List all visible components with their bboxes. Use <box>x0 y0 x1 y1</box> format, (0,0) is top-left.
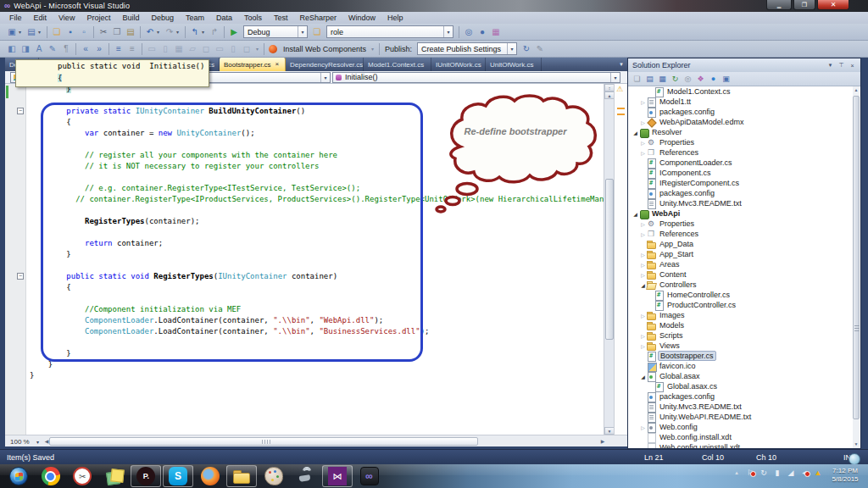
network-icon[interactable]: ◢ <box>785 469 797 477</box>
debug-configuration-combo[interactable]: Debug <box>243 25 308 38</box>
tree-item-app-data[interactable]: App_Data <box>628 239 854 249</box>
chevron-down-icon[interactable] <box>33 436 42 446</box>
tree-item-web-config-install-xdt[interactable]: Web.config.install.xdt <box>628 432 854 442</box>
sync-icon[interactable]: ↻ <box>758 469 770 477</box>
nest-styles-icon[interactable]: ¶ <box>60 43 72 55</box>
toolbar-overflow-icon[interactable]: ▾ <box>256 46 259 52</box>
view-in-browser-icon[interactable]: ● <box>707 73 720 85</box>
window-position-icon[interactable]: ▾ <box>825 60 836 70</box>
tree-item-web-config-uninstall-xdt[interactable]: Web.config.uninstall.xdt <box>628 442 854 448</box>
view-designer-icon[interactable]: ◧ <box>6 43 18 55</box>
publish-edit-icon[interactable]: ✎ <box>534 43 546 55</box>
form-table-icon[interactable]: ▦ <box>173 43 185 55</box>
scrollbar-thumb[interactable] <box>49 437 478 446</box>
tree-scrollbar[interactable]: ▲ ▼ <box>853 86 860 448</box>
taskbar-clock[interactable]: 7:12 PM 5/8/2015 <box>826 467 865 484</box>
tree-item-global-asax-cs[interactable]: Global.asax.cs <box>628 381 854 391</box>
find-symbol-icon[interactable]: ● <box>476 26 488 38</box>
scrollbar-thumb[interactable] <box>605 179 614 340</box>
chevron-down-icon[interactable] <box>610 73 620 82</box>
add-item-icon[interactable]: ▤ <box>25 26 37 38</box>
new-project-dropdown-icon[interactable]: ▾ <box>19 29 25 35</box>
tree-item-iregistercomponent-cs[interactable]: IRegisterComponent.cs <box>628 178 854 188</box>
close-button[interactable] <box>817 0 849 10</box>
menu-item-build[interactable]: Build <box>116 13 145 23</box>
expander-icon[interactable]: ◢ <box>632 130 639 136</box>
tree-item-web-config[interactable]: ▷Web.config <box>628 422 854 432</box>
expander-icon[interactable]: ▷ <box>639 333 647 339</box>
decrease-indent-icon[interactable]: « <box>80 43 92 55</box>
taskbar-paint-button[interactable] <box>259 465 289 487</box>
cut-icon[interactable]: ✂ <box>97 26 109 38</box>
save-icon[interactable]: ▪ <box>64 26 76 38</box>
tree-item-views[interactable]: ▷Views <box>628 341 854 351</box>
scroll-down-icon[interactable]: ▼ <box>853 441 860 448</box>
expander-icon[interactable]: ▷ <box>639 343 647 349</box>
tree-item-packages-config[interactable]: packages.config <box>628 188 854 198</box>
tree-item-images[interactable]: ▷Images <box>628 310 854 320</box>
tree-item-packages-config[interactable]: packages.config <box>628 107 854 117</box>
new-project-icon[interactable]: ▣ <box>6 26 18 38</box>
navigate-forward-icon[interactable]: ↱ <box>209 26 220 38</box>
redo-icon[interactable]: ↷ <box>164 26 175 38</box>
volume-muted-icon[interactable]: ◄ <box>798 469 810 477</box>
tab-unitofwork-cs[interactable]: UnitOfWork.cs <box>486 58 542 71</box>
form-textbox-icon[interactable]: ▯ <box>227 43 239 55</box>
tree-item-references[interactable]: ▷References <box>628 147 854 158</box>
extension-manager-icon[interactable]: ▦ <box>490 26 502 38</box>
members-dropdown[interactable]: Initialise() <box>332 72 620 83</box>
tree-item-packages-config[interactable]: packages.config <box>628 391 854 402</box>
menu-item-file[interactable]: File <box>3 13 28 23</box>
tree-item-global-asax[interactable]: ◢Global.asax <box>628 371 854 381</box>
tab-model1-context-cs[interactable]: Model1.Context.cs <box>364 58 431 71</box>
chevron-down-icon[interactable] <box>320 73 330 82</box>
tree-item-properties[interactable]: ▷Properties <box>628 219 854 229</box>
action-center-flag-icon[interactable]: ⚐ <box>744 469 756 477</box>
chevron-down-icon[interactable] <box>298 26 307 37</box>
save-all-icon[interactable]: ▫ <box>78 26 90 38</box>
tree-item-resolver[interactable]: ◢Resolver <box>628 127 854 137</box>
view-code-icon[interactable]: A <box>33 43 45 55</box>
open-file-icon[interactable]: ❏ <box>51 26 63 38</box>
form-link-icon[interactable]: ▱ <box>186 43 198 55</box>
solution-explorer-title-bar[interactable]: Solution Explorer ▾ ⊤ × <box>628 58 860 72</box>
search-combo[interactable]: role <box>326 25 453 38</box>
scrollbar-thumb[interactable] <box>853 96 860 419</box>
toolbar-overflow-icon[interactable]: ▾ <box>371 46 374 52</box>
start-debug-icon[interactable]: ▶ <box>228 26 240 38</box>
expander-icon[interactable]: ▷ <box>639 231 647 237</box>
expander-icon[interactable]: ▷ <box>639 221 647 227</box>
expander-icon[interactable]: ◢ <box>632 211 639 217</box>
tab-iunitofwork-cs[interactable]: IUnitOfWork.cs <box>431 58 486 71</box>
restore-button[interactable] <box>793 0 815 10</box>
expander-icon[interactable]: ▷ <box>639 252 647 258</box>
open-browser-icon[interactable]: ❏ <box>311 26 323 38</box>
taskbar-snipping-tool-button[interactable] <box>67 465 97 487</box>
taskbar-skype-button[interactable] <box>163 465 193 487</box>
class-view-icon[interactable]: ◎ <box>682 73 694 85</box>
chevron-down-icon[interactable] <box>507 43 516 54</box>
menu-item-window[interactable]: Window <box>342 13 381 23</box>
tree-item-webapidatamodel-edmx[interactable]: ▷WebApiDataModel.edmx <box>628 117 854 127</box>
warning-marker[interactable] <box>617 108 625 109</box>
tree-item-model1-tt[interactable]: ▷Model1.tt <box>628 97 854 107</box>
copy-icon[interactable]: ❐ <box>111 26 123 38</box>
comment-lines-icon[interactable]: ≡ <box>113 43 125 55</box>
warning-marker[interactable] <box>617 114 625 115</box>
expander-icon[interactable]: ◢ <box>639 282 647 288</box>
view-markup-icon[interactable]: ◨ <box>19 43 31 55</box>
tree-item-icomponent-cs[interactable]: IComponent.cs <box>628 168 854 178</box>
show-all-files-icon[interactable]: ▦ <box>656 73 669 85</box>
taskbar-sticky-notes-button[interactable] <box>99 465 130 487</box>
tree-item-areas[interactable]: ▷Areas <box>628 259 854 269</box>
tree-item-scripts[interactable]: ▷Scripts <box>628 330 854 341</box>
refresh-icon[interactable]: ↻ <box>669 73 682 85</box>
menu-item-view[interactable]: View <box>53 13 81 23</box>
tree-item-content[interactable]: ▷Content <box>628 269 854 280</box>
taskbar-explorer-button[interactable] <box>226 465 257 487</box>
tree-item-webapi[interactable]: ◢WebApi <box>628 208 854 219</box>
tab-dependencyresolver-cs[interactable]: DependencyResolver.cs <box>286 58 364 71</box>
form-div-icon[interactable]: ▭ <box>146 43 158 55</box>
expander-icon[interactable]: ▷ <box>639 150 647 156</box>
hidden-icons-icon[interactable]: ▴ <box>731 469 743 476</box>
